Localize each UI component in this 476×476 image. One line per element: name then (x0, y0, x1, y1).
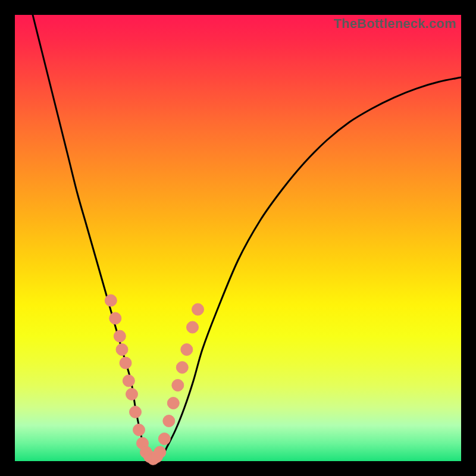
data-marker (130, 406, 142, 418)
data-marker (187, 321, 199, 333)
data-marker (126, 389, 138, 400)
data-marker (105, 295, 117, 306)
data-marker (114, 330, 126, 342)
chart-svg (15, 15, 461, 461)
data-marker (158, 433, 170, 445)
data-marker (133, 424, 145, 436)
data-marker (192, 303, 204, 315)
data-marker (116, 344, 128, 356)
watermark-text: TheBottleneck.com (334, 16, 456, 32)
chart-frame: TheBottleneck.com (15, 15, 461, 461)
data-marker (154, 446, 166, 458)
data-marker (172, 380, 184, 392)
data-marker (109, 312, 121, 324)
data-marker (123, 375, 134, 387)
data-marker (181, 344, 193, 356)
data-marker (120, 357, 131, 369)
data-marker (163, 415, 175, 427)
marker-group (105, 295, 203, 465)
bottleneck-curve (33, 15, 461, 459)
data-marker (176, 362, 188, 374)
data-marker (167, 397, 179, 409)
